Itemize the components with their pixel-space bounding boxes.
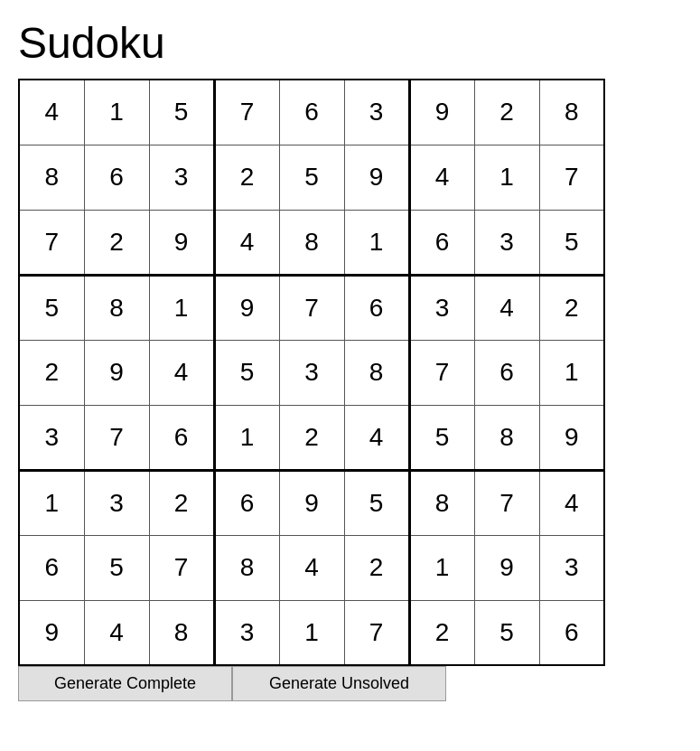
- cell-r7-c7[interactable]: 8: [409, 470, 474, 535]
- cell-r8-c7[interactable]: 1: [409, 535, 474, 600]
- cell-r1-c7[interactable]: 9: [409, 80, 474, 145]
- cell-r5-c5[interactable]: 3: [279, 340, 344, 405]
- cell-r5-c2[interactable]: 9: [84, 340, 149, 405]
- cell-r7-c4[interactable]: 6: [214, 470, 279, 535]
- cell-r1-c3[interactable]: 5: [149, 80, 214, 145]
- sudoku-grid: 4157639288632594177294816355819763422945…: [18, 79, 605, 666]
- cell-r7-c2[interactable]: 3: [84, 470, 149, 535]
- cell-r2-c5[interactable]: 5: [279, 145, 344, 210]
- cell-r9-c4[interactable]: 3: [214, 600, 279, 665]
- cell-r5-c6[interactable]: 8: [344, 340, 409, 405]
- cell-r9-c5[interactable]: 1: [279, 600, 344, 665]
- cell-r6-c7[interactable]: 5: [409, 405, 474, 470]
- cell-r9-c9[interactable]: 6: [539, 600, 604, 665]
- cell-r4-c4[interactable]: 9: [214, 275, 279, 340]
- cell-r1-c5[interactable]: 6: [279, 80, 344, 145]
- cell-r8-c4[interactable]: 8: [214, 535, 279, 600]
- cell-r6-c1[interactable]: 3: [19, 405, 84, 470]
- cell-r6-c2[interactable]: 7: [84, 405, 149, 470]
- cell-r6-c3[interactable]: 6: [149, 405, 214, 470]
- cell-r9-c1[interactable]: 9: [19, 600, 84, 665]
- cell-r8-c2[interactable]: 5: [84, 535, 149, 600]
- cell-r3-c5[interactable]: 8: [279, 210, 344, 275]
- cell-r8-c8[interactable]: 9: [474, 535, 539, 600]
- cell-r5-c8[interactable]: 6: [474, 340, 539, 405]
- cell-r2-c1[interactable]: 8: [19, 145, 84, 210]
- cell-r4-c1[interactable]: 5: [19, 275, 84, 340]
- cell-r1-c2[interactable]: 1: [84, 80, 149, 145]
- cell-r7-c9[interactable]: 4: [539, 470, 604, 535]
- cell-r3-c9[interactable]: 5: [539, 210, 604, 275]
- cell-r8-c5[interactable]: 4: [279, 535, 344, 600]
- cell-r3-c2[interactable]: 2: [84, 210, 149, 275]
- button-row: Generate Complete Generate Unsolved: [18, 666, 605, 701]
- cell-r5-c3[interactable]: 4: [149, 340, 214, 405]
- cell-r2-c3[interactable]: 3: [149, 145, 214, 210]
- generate-unsolved-button[interactable]: Generate Unsolved: [232, 666, 446, 701]
- cell-r9-c7[interactable]: 2: [409, 600, 474, 665]
- cell-r7-c8[interactable]: 7: [474, 470, 539, 535]
- cell-r3-c8[interactable]: 3: [474, 210, 539, 275]
- cell-r5-c7[interactable]: 7: [409, 340, 474, 405]
- cell-r9-c2[interactable]: 4: [84, 600, 149, 665]
- cell-r8-c9[interactable]: 3: [539, 535, 604, 600]
- cell-r7-c5[interactable]: 9: [279, 470, 344, 535]
- cell-r9-c8[interactable]: 5: [474, 600, 539, 665]
- cell-r2-c8[interactable]: 1: [474, 145, 539, 210]
- cell-r1-c1[interactable]: 4: [19, 80, 84, 145]
- cell-r6-c5[interactable]: 2: [279, 405, 344, 470]
- cell-r5-c1[interactable]: 2: [19, 340, 84, 405]
- cell-r2-c4[interactable]: 2: [214, 145, 279, 210]
- cell-r1-c6[interactable]: 3: [344, 80, 409, 145]
- cell-r9-c6[interactable]: 7: [344, 600, 409, 665]
- cell-r7-c1[interactable]: 1: [19, 470, 84, 535]
- cell-r4-c3[interactable]: 1: [149, 275, 214, 340]
- sudoku-wrapper: 4157639288632594177294816355819763422945…: [18, 79, 605, 701]
- cell-r2-c9[interactable]: 7: [539, 145, 604, 210]
- page-title: Sudoku: [18, 18, 682, 68]
- cell-r8-c1[interactable]: 6: [19, 535, 84, 600]
- cell-r4-c7[interactable]: 3: [409, 275, 474, 340]
- cell-r3-c4[interactable]: 4: [214, 210, 279, 275]
- cell-r3-c7[interactable]: 6: [409, 210, 474, 275]
- cell-r4-c8[interactable]: 4: [474, 275, 539, 340]
- cell-r2-c6[interactable]: 9: [344, 145, 409, 210]
- cell-r7-c6[interactable]: 5: [344, 470, 409, 535]
- cell-r7-c3[interactable]: 2: [149, 470, 214, 535]
- cell-r4-c5[interactable]: 7: [279, 275, 344, 340]
- cell-r2-c2[interactable]: 6: [84, 145, 149, 210]
- cell-r4-c2[interactable]: 8: [84, 275, 149, 340]
- generate-complete-button[interactable]: Generate Complete: [18, 666, 232, 701]
- cell-r5-c9[interactable]: 1: [539, 340, 604, 405]
- cell-r1-c8[interactable]: 2: [474, 80, 539, 145]
- cell-r2-c7[interactable]: 4: [409, 145, 474, 210]
- cell-r6-c4[interactable]: 1: [214, 405, 279, 470]
- cell-r3-c3[interactable]: 9: [149, 210, 214, 275]
- cell-r6-c9[interactable]: 9: [539, 405, 604, 470]
- cell-r5-c4[interactable]: 5: [214, 340, 279, 405]
- cell-r3-c6[interactable]: 1: [344, 210, 409, 275]
- cell-r8-c6[interactable]: 2: [344, 535, 409, 600]
- cell-r6-c6[interactable]: 4: [344, 405, 409, 470]
- cell-r1-c9[interactable]: 8: [539, 80, 604, 145]
- cell-r3-c1[interactable]: 7: [19, 210, 84, 275]
- cell-r8-c3[interactable]: 7: [149, 535, 214, 600]
- cell-r6-c8[interactable]: 8: [474, 405, 539, 470]
- cell-r9-c3[interactable]: 8: [149, 600, 214, 665]
- cell-r4-c9[interactable]: 2: [539, 275, 604, 340]
- cell-r1-c4[interactable]: 7: [214, 80, 279, 145]
- cell-r4-c6[interactable]: 6: [344, 275, 409, 340]
